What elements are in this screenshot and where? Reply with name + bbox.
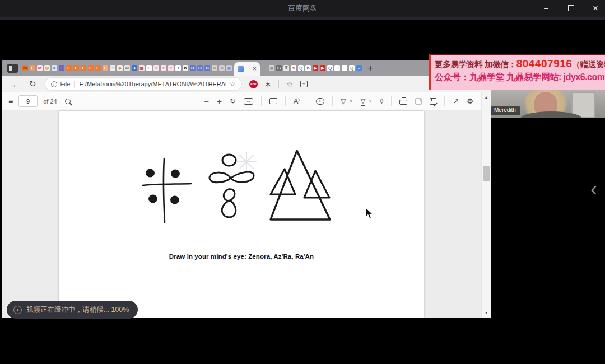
highlight-chevron-icon[interactable]: ∨ <box>369 99 372 104</box>
pdf-toolbar: ≡ 9 of 24 − + ↻ ↔ A) T ▽ ∨ ▽ ∨ ◊ <box>2 92 481 110</box>
app-title: 百度网盘 <box>288 3 317 13</box>
erase-icon[interactable]: ◊ <box>380 97 383 105</box>
save-icon[interactable] <box>415 98 422 105</box>
vip-diamond-icon: ♦ <box>13 306 22 314</box>
tab-favicon[interactable]: M <box>59 65 64 71</box>
adblock-icon[interactable]: ABP <box>249 80 258 88</box>
scrollbar-thumb[interactable] <box>483 166 490 181</box>
tab-favicon[interactable]: E <box>95 65 101 71</box>
tab-favicon[interactable]: ▦ <box>139 65 145 71</box>
tab-favicon[interactable]: ⋯ <box>110 65 115 71</box>
tab-favicon[interactable]: ▣ <box>226 65 232 71</box>
zoom-out-icon[interactable]: − <box>204 97 209 105</box>
tab-favicon[interactable]: ◆ <box>117 65 123 71</box>
collections-icon[interactable]: + <box>300 81 308 87</box>
tab-favicon[interactable]: ∗ <box>219 65 225 71</box>
tab-favicon[interactable]: ▶ <box>313 65 318 71</box>
tab-favicon[interactable]: ◎ <box>44 65 50 71</box>
tab-favicon[interactable]: ♦ <box>132 65 137 71</box>
page-number-input[interactable]: 9 <box>18 95 38 107</box>
tab-favicon[interactable]: b <box>305 65 311 71</box>
tab-favicon[interactable]: ≡ <box>356 65 362 71</box>
settings-gear-icon[interactable]: ⚙ <box>467 97 473 105</box>
tab-favicon[interactable]: □ <box>342 65 347 71</box>
fit-page-icon[interactable]: ↔ <box>244 98 253 105</box>
favorites-icon[interactable]: ☆ <box>286 80 293 88</box>
url-field[interactable]: i File | E:/Metatronia%20Therapy/METATRO… <box>45 78 241 90</box>
tab-favicons-left: 2kEM◎#MEEEEEE⋯◆AI♦▦F♥♥♥thBBB∗∗▣ <box>22 65 232 71</box>
highlight-icon[interactable]: ▽ <box>361 97 365 105</box>
tab-favicon[interactable]: Q <box>298 65 304 71</box>
tab-favicon[interactable]: E <box>66 65 72 71</box>
tab-favicon[interactable]: ♥ <box>153 65 159 71</box>
page-info-icon[interactable]: i <box>51 81 57 87</box>
tab-favicon[interactable]: AI <box>124 65 130 71</box>
tab-favicon[interactable]: B <box>197 65 203 71</box>
tab-favicon[interactable]: ▶ <box>320 65 325 71</box>
active-tab[interactable]: × <box>234 62 260 76</box>
active-tab-favicon <box>238 66 244 72</box>
buffering-text: 视频正在缓冲中，请稍候... 100% <box>26 305 129 315</box>
scrollbar[interactable]: ▲ ▼ <box>481 92 491 318</box>
read-aloud-icon[interactable]: A) <box>294 97 300 105</box>
tab-favicon[interactable]: E <box>88 65 94 71</box>
tab-favicon[interactable]: E <box>81 65 86 71</box>
zoom-in-icon[interactable]: + <box>217 97 222 105</box>
toc-menu-icon[interactable]: ≡ <box>8 97 13 106</box>
tab-favicon[interactable]: ♜ <box>283 65 289 71</box>
toolbar-separator <box>391 96 392 106</box>
tab-favicon[interactable]: t <box>175 65 181 71</box>
tab-favicon[interactable]: B <box>190 65 196 71</box>
tab-favicon[interactable]: 2k <box>22 65 28 71</box>
draw-chevron-icon[interactable]: ∨ <box>350 99 353 104</box>
app-titlebar: 百度网盘 − × <box>0 0 605 17</box>
tab-favicon[interactable]: Q <box>349 65 355 71</box>
tab-favicon[interactable]: ♥ <box>168 65 174 71</box>
tab-favicon[interactable]: s <box>291 65 296 71</box>
tab-close-icon[interactable]: × <box>253 66 257 72</box>
panel-collapse-chevron[interactable]: ‹ <box>590 179 597 199</box>
scroll-down-icon[interactable]: ▼ <box>482 311 491 315</box>
tab-favicon[interactable]: M <box>37 65 43 71</box>
minimize-button[interactable]: − <box>541 4 551 13</box>
tab-favicon[interactable]: Q <box>327 65 333 71</box>
back-icon[interactable]: ← <box>12 80 20 89</box>
tab-favicon[interactable]: # <box>52 65 57 71</box>
tab-favicons-right: ▣G♜sQb▶▶Q□□Q≡ <box>269 65 362 71</box>
refresh-icon[interactable]: ↻ <box>29 79 36 89</box>
draw-icon[interactable]: ▽ <box>341 97 346 105</box>
toolbar-separator <box>332 96 333 106</box>
tab-favicon[interactable]: G <box>276 65 282 71</box>
tab-favicon[interactable]: ♥ <box>161 65 166 71</box>
titlebar-strip <box>0 17 605 20</box>
rotate-icon[interactable]: ↻ <box>230 97 236 105</box>
maximize-button[interactable] <box>566 4 576 13</box>
add-text-icon[interactable]: T <box>316 98 324 105</box>
ad-line2: 公众号：九鼎学堂 九鼎易学网站: jdyx6.com <box>435 72 602 83</box>
pdf-viewer: Draw in your mind's eye: Zenora, Az'Ra, … <box>2 111 481 318</box>
close-button[interactable]: × <box>590 3 601 14</box>
tab-favicon[interactable]: ∗ <box>212 65 217 71</box>
toolbar-separator <box>261 96 262 106</box>
tab-favicon[interactable]: F <box>146 65 152 71</box>
tab-favicon[interactable]: E <box>73 65 79 71</box>
tab-favicon[interactable]: h <box>183 65 188 71</box>
tab-favicon[interactable]: □ <box>334 65 340 71</box>
print-icon[interactable] <box>399 100 407 105</box>
new-tab-button[interactable]: + <box>367 63 373 73</box>
scroll-up-icon[interactable]: ▲ <box>482 95 491 99</box>
tab-favicon[interactable]: E <box>103 65 108 71</box>
page-view-icon[interactable] <box>269 98 277 104</box>
save-as-icon[interactable] <box>430 98 436 105</box>
tab-layout-icon[interactable] <box>7 64 18 73</box>
fullscreen-icon[interactable]: ↗ <box>453 97 459 105</box>
tab-favicon[interactable]: B <box>204 65 210 71</box>
extension-icon[interactable]: ∗ <box>265 80 272 88</box>
mouse-cursor <box>365 207 374 220</box>
tab-favicon[interactable]: E <box>30 65 35 71</box>
search-icon[interactable] <box>65 99 71 104</box>
ad-banner: 更多易学资料 加微信：804407916（赠送资料） 公众号：九鼎学堂 九鼎易学… <box>429 54 605 90</box>
url-text: E:/Metatronia%20Therapy/METATRONIA%20THE… <box>79 81 226 87</box>
bookmark-star-icon[interactable]: ☆ <box>230 80 236 88</box>
tab-favicon[interactable]: ▣ <box>269 65 274 71</box>
